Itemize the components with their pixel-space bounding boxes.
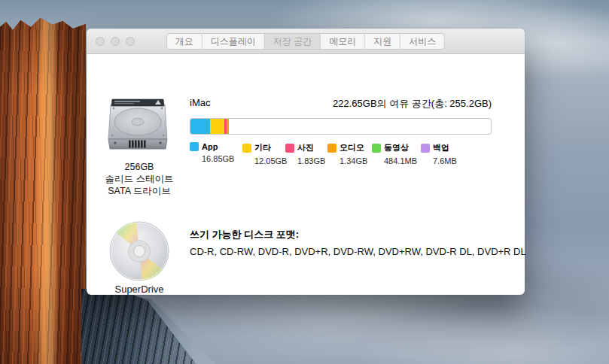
legend-value: 1.34GB bbox=[340, 156, 372, 165]
legend-name: 사진 bbox=[297, 142, 314, 153]
ssd-label-line: SATA 드라이브 bbox=[87, 185, 192, 197]
window-controls bbox=[96, 37, 135, 46]
ssd-label-line: 솔리드 스테이트 bbox=[87, 173, 192, 185]
legend-value: 12.05GB bbox=[254, 156, 285, 165]
legend-item-사진: 사진1.83GB bbox=[285, 142, 327, 165]
legend-swatch-오디오 bbox=[327, 144, 336, 153]
legend-name: 백업 bbox=[433, 142, 449, 153]
tab-저장 공간[interactable]: 저장 공간 bbox=[265, 33, 321, 50]
bar-segment-동영상 bbox=[228, 119, 229, 134]
legend-item-오디오: 오디오1.34GB bbox=[327, 142, 372, 165]
el-capitan-cliff bbox=[0, 18, 86, 364]
legend-name: 오디오 bbox=[340, 142, 364, 153]
device-name: iMac bbox=[190, 97, 210, 111]
storage-legend: App16.85GB기타12.05GB사진1.83GB오디오1.34GB동영상4… bbox=[190, 142, 457, 165]
desktop-background: 개요디스플레이저장 공간메모리지원서비스 bbox=[0, 0, 609, 364]
storage-usage-bar bbox=[190, 118, 492, 135]
legend-item-백업: 백업7.6MB bbox=[421, 142, 457, 165]
tab-개요[interactable]: 개요 bbox=[166, 33, 202, 50]
legend-swatch-기타 bbox=[242, 144, 251, 153]
legend-value: 484.1MB bbox=[384, 156, 421, 165]
tab-메모리[interactable]: 메모리 bbox=[321, 33, 365, 50]
granite-slope-dark bbox=[81, 289, 196, 364]
legend-name: App bbox=[202, 142, 218, 151]
storage-panel: 256GB솔리드 스테이트SATA 드라이브 bbox=[87, 55, 525, 295]
bar-segment-App bbox=[190, 119, 210, 134]
free-space-text: 222.65GB의 여유 공간(총: 255.2GB) bbox=[333, 97, 492, 111]
legend-name: 동영상 bbox=[384, 142, 409, 153]
legend-item-기타: 기타12.05GB bbox=[242, 142, 285, 165]
legend-item-App: App16.85GB bbox=[190, 142, 242, 165]
legend-swatch-App bbox=[190, 142, 199, 151]
about-this-mac-window: 개요디스플레이저장 공간메모리지원서비스 bbox=[87, 29, 525, 295]
hard-drive-icon bbox=[107, 96, 169, 155]
superdrive-label: SuperDrive bbox=[87, 284, 192, 295]
legend-value: 7.6MB bbox=[433, 156, 457, 165]
tab-bar: 개요디스플레이저장 공간메모리지원서비스 bbox=[166, 33, 445, 50]
writable-formats-title: 쓰기 가능한 디스크 포맷: bbox=[190, 228, 299, 241]
superdrive-icon bbox=[106, 220, 172, 287]
zoom-button[interactable] bbox=[126, 37, 135, 46]
ssd-label-line: 256GB bbox=[87, 161, 192, 173]
legend-swatch-사진 bbox=[285, 144, 294, 153]
close-button[interactable] bbox=[96, 37, 105, 46]
titlebar: 개요디스플레이저장 공간메모리지원서비스 bbox=[87, 29, 525, 54]
tab-서비스[interactable]: 서비스 bbox=[400, 33, 445, 50]
tab-디스플레이[interactable]: 디스플레이 bbox=[202, 33, 265, 50]
legend-item-동영상: 동영상484.1MB bbox=[372, 142, 421, 165]
bar-segment-기타 bbox=[210, 119, 224, 134]
legend-value: 16.85GB bbox=[202, 154, 242, 163]
legend-value: 1.83GB bbox=[297, 156, 327, 165]
legend-swatch-동영상 bbox=[372, 144, 381, 153]
legend-name: 기타 bbox=[254, 142, 271, 153]
legend-swatch-백업 bbox=[421, 144, 430, 153]
tab-지원[interactable]: 지원 bbox=[365, 33, 400, 50]
writable-formats-list: CD-R, CD-RW, DVD-R, DVD+R, DVD-RW, DVD+R… bbox=[190, 246, 526, 257]
ssd-drive-label: 256GB솔리드 스테이트SATA 드라이브 bbox=[87, 161, 192, 197]
minimize-button[interactable] bbox=[111, 37, 120, 46]
